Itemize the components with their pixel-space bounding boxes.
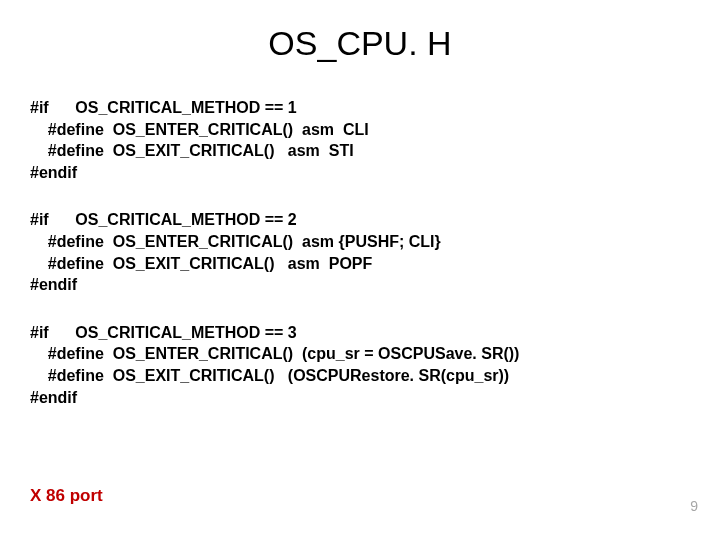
code-block-1: #if OS_CRITICAL_METHOD == 1 #define OS_E…	[30, 97, 690, 183]
page-number: 9	[690, 498, 698, 514]
caption: X 86 port	[30, 486, 103, 506]
slide: OS_CPU. H #if OS_CRITICAL_METHOD == 1 #d…	[0, 0, 720, 540]
code-block-2: #if OS_CRITICAL_METHOD == 2 #define OS_E…	[30, 209, 690, 295]
slide-title: OS_CPU. H	[30, 24, 690, 63]
code-block-3: #if OS_CRITICAL_METHOD == 3 #define OS_E…	[30, 322, 690, 408]
